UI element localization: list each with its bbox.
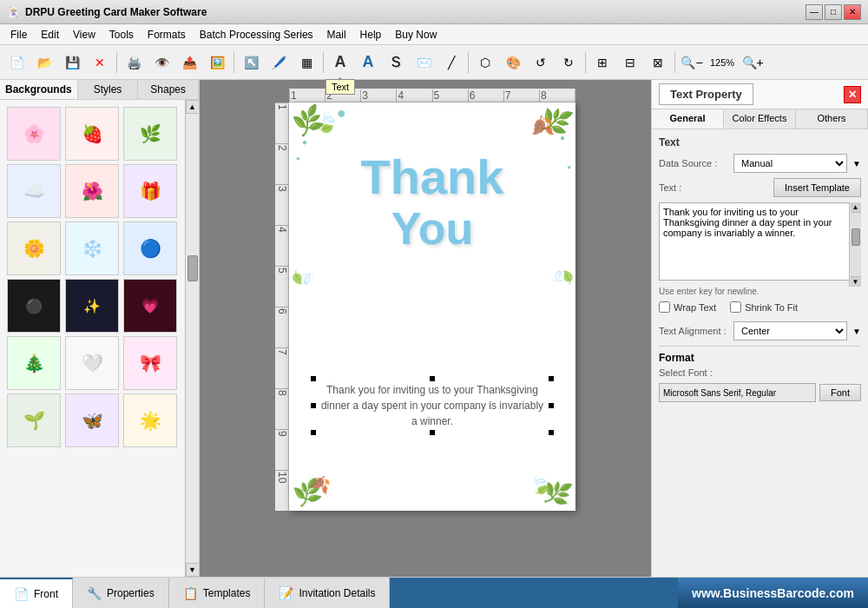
bottom-tab-properties[interactable]: 🔧 Properties (73, 578, 169, 608)
text-alignment-label: Text Alignment : (659, 326, 728, 336)
card-body-text: Thank you for inviting us to your Thanks… (313, 379, 551, 433)
thumb-13[interactable]: 🎄 (7, 336, 61, 390)
app-title: DRPU Greeting Card Maker Software (25, 6, 207, 18)
thumb-16[interactable]: 🌱 (7, 393, 61, 447)
thumb-2[interactable]: 🍓 (65, 107, 119, 161)
tb-paint-button[interactable]: 🖊️ (266, 50, 292, 75)
thumb-15[interactable]: 🎀 (123, 336, 177, 390)
card-you: You (289, 204, 575, 254)
tb-barcode-button[interactable]: ▦ (293, 50, 319, 75)
tab-shapes[interactable]: Shapes (138, 80, 199, 99)
maximize-button[interactable]: □ (825, 4, 842, 20)
thumb-1[interactable]: 🌸 (7, 107, 61, 161)
tb-close-button[interactable]: ✕ (87, 50, 113, 75)
leaf-tr-2: 🍂 (529, 114, 556, 140)
font-name-input[interactable] (659, 383, 816, 402)
scroll-down-arrow[interactable]: ▼ (186, 563, 200, 577)
tb-email-button[interactable]: ✉️ (411, 50, 437, 75)
tb-image-button[interactable]: 🖼️ (204, 50, 230, 75)
tb-rotate-right-button[interactable]: ↻ (556, 50, 582, 75)
tb-zoom-in-button[interactable]: 🔍+ (740, 50, 766, 75)
tb-table-button[interactable]: ⊞ (589, 50, 615, 75)
tb-shadow-text-button[interactable]: S (383, 50, 409, 75)
menu-file[interactable]: File (3, 27, 34, 43)
tb-text-button[interactable]: A Text (327, 50, 353, 75)
tb-export-button[interactable]: 📤 (176, 50, 202, 75)
text-alignment-select[interactable]: Left Center Right Justify (733, 321, 847, 340)
thumb-9[interactable]: 🔵 (123, 221, 177, 275)
thumb-7[interactable]: 🌼 (7, 221, 61, 275)
menu-tools[interactable]: Tools (102, 27, 141, 43)
shrink-to-fit-checkbox[interactable] (730, 301, 741, 313)
thumb-12[interactable]: 💗 (123, 279, 177, 333)
thumb-3[interactable]: 🌿 (123, 107, 177, 161)
tb-print-button[interactable]: 🖨️ (121, 50, 147, 75)
textarea-scroll-thumb[interactable] (852, 228, 860, 246)
text-content-area[interactable] (659, 202, 861, 281)
leaf-side-l: 🍃 (292, 266, 314, 289)
tb-grid-button[interactable]: ⊟ (617, 50, 643, 75)
scroll-up-arrow[interactable]: ▲ (186, 100, 200, 114)
tb-new-button[interactable]: 📄 (3, 50, 30, 75)
menu-formats[interactable]: Formats (141, 27, 193, 43)
text-section-label: Text (659, 136, 861, 149)
thumb-8[interactable]: ❄️ (65, 221, 119, 275)
wrap-text-checkbox[interactable] (659, 301, 670, 313)
thumb-14[interactable]: 🤍 (65, 336, 119, 390)
scroll-thumb[interactable] (187, 255, 198, 281)
insert-template-button[interactable]: Insert Template (773, 178, 861, 197)
handle-tl (310, 375, 317, 382)
tab-backgrounds[interactable]: Backgrounds (0, 80, 78, 99)
tb-zoom-out-button[interactable]: 🔍− (679, 50, 705, 75)
tb-open-button[interactable]: 📂 (31, 50, 57, 75)
menu-batch-processing[interactable]: Batch Processing Series (193, 27, 320, 43)
checkbox-row: Wrap Text Shrink To Fit (659, 301, 861, 316)
menu-mail[interactable]: Mail (320, 27, 353, 43)
thumb-6[interactable]: 🎁 (123, 164, 177, 218)
menu-view[interactable]: View (66, 27, 102, 43)
ruler-tick: 1 (289, 89, 325, 102)
textarea-scroll-up[interactable]: ▲ (851, 202, 861, 213)
thumb-11[interactable]: ✨ (65, 279, 119, 333)
thumb-17[interactable]: 🦋 (65, 393, 119, 447)
thumb-5[interactable]: 🌺 (65, 164, 119, 218)
close-button[interactable]: ✕ (844, 4, 861, 20)
tb-preview-button[interactable]: 👁️ (148, 50, 174, 75)
card-body-text-container[interactable]: Thank you for inviting us to your Thanks… (313, 379, 551, 433)
ruler-tick: 7 (503, 89, 539, 102)
bottom-tab-invitation[interactable]: 📝 Invitation Details (265, 578, 390, 608)
prop-tab-color-effects[interactable]: Color Effects (724, 109, 796, 129)
textarea-scroll-down[interactable]: ▼ (851, 276, 861, 287)
menu-buy-now[interactable]: Buy Now (388, 27, 444, 43)
prop-tab-others[interactable]: Others (796, 109, 868, 129)
tb-save-button[interactable]: 💾 (59, 50, 85, 75)
shrink-to-fit-row: Shrink To Fit (730, 301, 798, 313)
font-button[interactable]: Font (819, 384, 861, 401)
tb-effect-button[interactable]: 🎨 (500, 50, 526, 75)
text-alignment-row: Text Alignment : Left Center Right Justi… (659, 321, 861, 340)
greeting-card[interactable]: 🌿 🍃 ● 🌿 🍂 🌿 🍂 🌿 🍃 ● (289, 102, 575, 511)
tab-styles[interactable]: Styles (78, 80, 139, 99)
menu-edit[interactable]: Edit (34, 27, 66, 43)
tb-line-button[interactable]: ╱ (438, 50, 464, 75)
bottom-tab-templates[interactable]: 📋 Templates (169, 578, 266, 608)
thumb-10[interactable]: ⚫ (7, 279, 61, 333)
tb-rotate-left-button[interactable]: ↺ (528, 50, 554, 75)
bottom-tab-front[interactable]: 📄 Front (0, 578, 73, 608)
tb-cursor-button[interactable]: ↖️ (238, 50, 264, 75)
prop-tab-general[interactable]: General (652, 109, 724, 129)
tb-grid2-button[interactable]: ⊠ (645, 50, 671, 75)
property-panel-title: Text Property (659, 83, 753, 105)
thumb-18[interactable]: 🌟 (123, 393, 177, 447)
menu-help[interactable]: Help (353, 27, 389, 43)
property-panel-close-button[interactable]: ✕ (844, 86, 861, 103)
text-row: Text : Insert Template (659, 178, 861, 197)
tb-text2-button[interactable]: A (355, 50, 381, 75)
tb-shapes-button[interactable]: ⬡ (472, 50, 498, 75)
dot-1: ● (302, 137, 307, 147)
minimize-button[interactable]: — (806, 4, 823, 20)
leaf-br-1: 🌿 (541, 476, 575, 509)
data-source-select[interactable]: Manual Database (733, 154, 847, 173)
thumb-4[interactable]: ☁️ (7, 164, 61, 218)
website-badge: www.BusinessBarcode.com (678, 578, 868, 608)
